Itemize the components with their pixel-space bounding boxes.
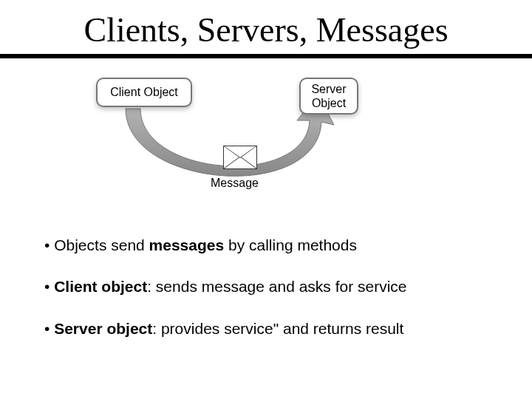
bullet-3-suffix: : provides service" and returns result [152,320,403,337]
bullet-3-bold: Server object [54,320,152,337]
bullet-2-suffix: : sends message and asks for service [147,278,406,295]
bullet-3: • Server object: provides service" and r… [44,318,488,339]
bullet-1: • Objects send messages by calling metho… [44,235,488,256]
svg-line-1 [240,157,256,168]
bullet-2-bold: Client object [54,278,147,295]
bullet-1-prefix: • Objects send [44,236,149,253]
bullet-list: • Objects send messages by calling metho… [44,235,488,360]
slide: Clients, Servers, Messages Client Object… [0,0,532,399]
envelope-icon [223,146,257,169]
message-label: Message [211,177,259,190]
diagram: Client Object Server Object Message [96,78,377,207]
envelope-lines [224,146,256,168]
title-underline [0,54,532,58]
bullet-2: • Client object: sends message and asks … [44,276,488,297]
server-object-label-line1: Server [311,83,346,95]
client-object-label: Client Object [110,85,178,99]
server-object-node: Server Object [299,78,358,115]
slide-title: Clients, Servers, Messages [0,0,532,54]
client-object-node: Client Object [96,78,192,107]
bullet-1-bold: messages [149,236,225,253]
svg-line-0 [224,157,240,168]
bullet-2-prefix: • [44,278,54,295]
bullet-3-prefix: • [44,320,54,337]
bullet-1-suffix: by calling methods [224,236,357,253]
server-object-label-line2: Object [312,97,346,109]
